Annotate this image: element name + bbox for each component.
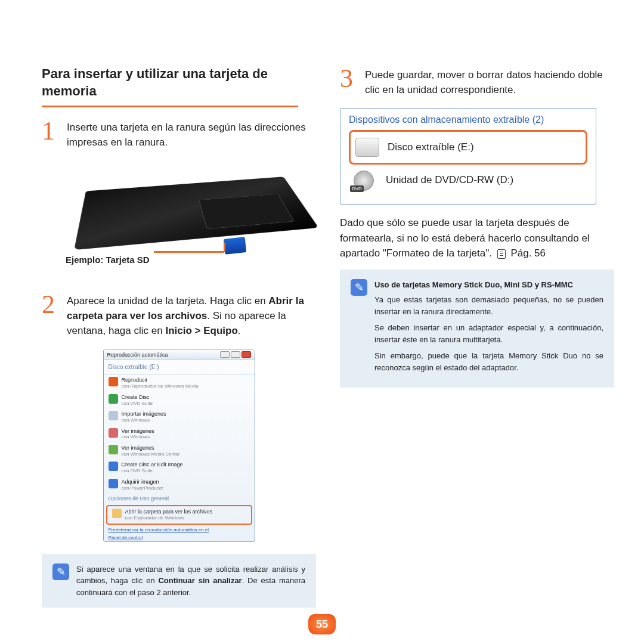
option-sublabel: con Windows	[122, 434, 154, 440]
dvd-badge: DVD	[350, 185, 364, 192]
devices-title: Dispositivos con almacenamiento extraíbl…	[349, 114, 587, 125]
option-icon	[109, 377, 118, 386]
note-box: ✎ Si aparece una ventana en la que se so…	[42, 554, 316, 608]
autoplay-option[interactable]: Ver imágenescon Windows Media Center	[104, 442, 255, 459]
option-label: Create Disc	[122, 394, 153, 401]
pencil-icon: ✎	[351, 279, 367, 296]
autoplay-subtitle: Disco extraíble (E:)	[104, 360, 255, 374]
close-button[interactable]	[242, 351, 251, 358]
autoplay-option[interactable]: Create Disc or Edit Imagecon DVD Suite	[104, 459, 255, 476]
option-sublabel: con Reproductor de Windows Media	[122, 383, 199, 389]
autoplay-option[interactable]: Ver imágenescon Windows	[104, 426, 255, 442]
text: Aparece la unidad de la tarjeta. Haga cl…	[67, 295, 268, 306]
autoplay-option[interactable]: Adquirir imagencon PowerProducer	[104, 476, 255, 493]
autoplay-highlighted-option[interactable]: Abrir la carpeta para ver los archivos c…	[106, 505, 252, 524]
section-title: Para insertar y utilizar una tarjeta de …	[42, 66, 298, 107]
callout-label: Ejemplo: Tarjeta SD	[66, 255, 150, 265]
minimize-button[interactable]	[220, 351, 230, 358]
option-icon	[109, 479, 118, 488]
autoplay-group-label: Opciones de Uso general	[104, 493, 255, 504]
page-ref: Pág. 56	[510, 247, 546, 259]
note-box: ✎ Uso de tarjetas Memory Stick Duo, Mini…	[340, 270, 614, 388]
maximize-button[interactable]	[231, 351, 240, 358]
option-icon	[109, 411, 118, 420]
sd-card-icon	[224, 237, 247, 255]
step-number: 2	[42, 292, 60, 338]
autoplay-link[interactable]: Panel de control	[104, 534, 255, 541]
step-number: 1	[42, 118, 60, 150]
step-text: Aparece la unidad de la tarjeta. Haga cl…	[67, 292, 316, 338]
option-label: Importar imágenes	[122, 411, 166, 417]
option-icon	[109, 394, 118, 404]
devices-panel: Dispositivos con almacenamiento extraíbl…	[340, 108, 596, 205]
step-2: 2 Aparece la unidad de la tarjeta. Haga …	[42, 292, 316, 338]
option-label: Reproducir	[122, 377, 199, 383]
note-text: Si aparece una ventana en la que se soli…	[76, 564, 305, 599]
option-sublabel: con PowerProducer	[122, 485, 163, 491]
folder-icon	[112, 509, 122, 518]
bold-text: Continuar sin analizar	[158, 576, 242, 585]
laptop-body	[74, 177, 318, 250]
autoplay-option[interactable]: Importar imágenescon Windows	[104, 408, 255, 425]
autoplay-window: Reproducción automática Disco extraíble …	[103, 349, 255, 541]
device-row-highlighted[interactable]: Disco extraíble (E:)	[349, 130, 587, 165]
device-label: Disco extraíble (E:)	[388, 141, 474, 153]
bold-text: Inicio > Equipo	[165, 325, 237, 336]
note-title: Uso de tarjetas Memory Stick Duo, Mini S…	[374, 279, 603, 291]
step-text: Puede guardar, mover o borrar datos haci…	[365, 66, 614, 97]
note-text: Uso de tarjetas Memory Stick Duo, Mini S…	[374, 279, 603, 379]
dvd-drive-icon: DVD	[354, 171, 377, 190]
step-number: 3	[340, 66, 358, 97]
option-icon	[109, 428, 118, 438]
window-titlebar: Reproducción automática	[104, 349, 255, 360]
autoplay-link[interactable]: Predeterminar la reproducción automática…	[104, 526, 255, 534]
device-label: Unidad de DVD/CD-RW (D:)	[386, 174, 513, 186]
option-sublabel: con DVD Suite	[122, 468, 183, 474]
paragraph: Dado que sólo se puede usar la tarjeta d…	[340, 215, 614, 261]
note-paragraph: Se deben insertar en un adaptador especi…	[374, 322, 603, 345]
note-paragraph: Ya que estas tarjetas son demasiado pequ…	[374, 294, 603, 317]
step-text: Inserte una tarjeta en la ranura según l…	[67, 118, 316, 150]
option-label: Ver imágenes	[122, 445, 180, 451]
option-label: Ver imágenes	[122, 428, 154, 435]
step-1: 1 Inserte una tarjeta en la ranura según…	[42, 118, 316, 150]
pencil-icon: ✎	[52, 564, 69, 580]
option-icon	[109, 462, 118, 471]
option-label: Adquirir imagen	[122, 479, 163, 485]
page-ref-icon	[497, 249, 506, 259]
autoplay-option[interactable]: Reproducircon Reproductor de Windows Med…	[104, 374, 255, 391]
removable-disk-icon	[355, 138, 379, 157]
step-3: 3 Puede guardar, mover o borrar datos ha…	[340, 66, 614, 97]
page-number: 55	[308, 614, 336, 634]
option-label: Create Disc or Edit Image	[122, 462, 183, 468]
option-icon	[109, 445, 118, 454]
option-sublabel: con Windows	[122, 417, 166, 423]
option-sublabel: con Windows Media Center	[122, 451, 180, 457]
text: Dado que sólo se puede usar la tarjeta d…	[340, 217, 590, 259]
text: .	[238, 325, 241, 336]
option-sublabel: con Explorador de Windows	[125, 515, 213, 521]
option-label: Abrir la carpeta para ver los archivos	[125, 509, 213, 515]
note-paragraph: Sin embargo, puede que la tarjeta Memory…	[374, 350, 603, 373]
callout-line	[154, 251, 224, 253]
autoplay-option[interactable]: Create Disccon DVD Suite	[104, 392, 255, 408]
option-sublabel: con DVD Suite	[122, 401, 153, 407]
laptop-illustration: Ejemplo: Tarjeta SD	[42, 160, 304, 280]
window-title: Reproducción automática	[107, 352, 168, 358]
device-row[interactable]: DVD Unidad de DVD/CD-RW (D:)	[349, 165, 587, 196]
